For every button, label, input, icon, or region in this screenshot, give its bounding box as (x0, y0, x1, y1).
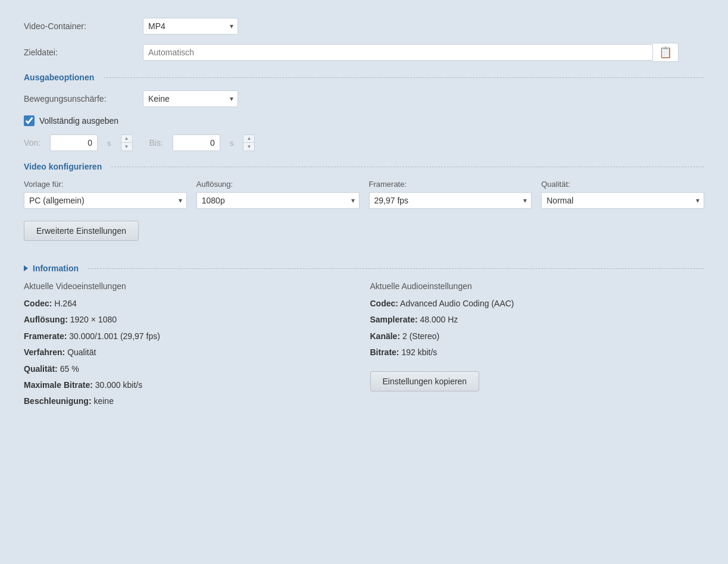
video-verfahren-line: Verfahren: Qualität (24, 346, 358, 359)
folder-icon: 📋 (659, 46, 672, 59)
video-aufloesung-value: 1920 × 1080 (70, 315, 117, 324)
video-container-select[interactable]: MP4 AVI MKV MOV (143, 18, 238, 35)
bis-spinner-arrows: ▲ ▼ (243, 134, 255, 151)
vollstaendig-label: Vollständig ausgeben (39, 116, 118, 126)
triangle-icon (24, 265, 28, 271)
video-container-label: Video-Container: (24, 21, 143, 31)
aufloesung-select-wrapper: 1080p 720p 480p 4K (196, 192, 360, 209)
vollstaendig-checkbox[interactable] (24, 115, 35, 126)
von-label: Von: (24, 138, 40, 148)
video-codec-line: Codec: H.264 (24, 297, 358, 310)
aufloesung-select[interactable]: 1080p 720p 480p 4K (196, 192, 360, 209)
vorlage-col: Vorlage für: PC (allgemein) Smartphone T… (24, 180, 187, 209)
vorlage-select-wrapper: PC (allgemein) Smartphone Tablet TV (24, 192, 187, 209)
ausgabeoptionen-divider (104, 77, 704, 78)
einstellungen-kopieren-button[interactable]: Einstellungen kopieren (370, 371, 480, 391)
bis-up-button[interactable]: ▲ (243, 135, 254, 143)
bis-input[interactable] (173, 134, 220, 151)
information-divider (88, 268, 704, 269)
video-config-grid: Vorlage für: PC (allgemein) Smartphone T… (24, 180, 704, 209)
audio-info-col: Aktuelle Audioeinstellungen Codec: Advan… (370, 281, 705, 411)
information-section: Information (24, 264, 704, 273)
audio-kanaele-value: 2 (Stereo) (402, 331, 439, 341)
audio-kanaele-label: Kanäle: (370, 331, 401, 341)
video-codec-value: H.264 (54, 299, 76, 308)
video-beschleunigung-value: keine (93, 396, 113, 406)
video-konfigurieren-title: Video konfigurieren (24, 162, 102, 171)
audio-info-title: Aktuelle Audioeinstellungen (370, 281, 705, 291)
video-qualitaet-value: 65 % (60, 364, 79, 374)
bewegungsunschaerfe-row: Bewegungsunschärfe: Keine Leicht Mittel … (24, 90, 704, 107)
vorlage-select[interactable]: PC (allgemein) Smartphone Tablet TV (24, 192, 187, 209)
audio-samplerate-line: Samplerate: 48.000 Hz (370, 313, 705, 326)
qualitaet-col: Qualität: Normal Niedrig Hoch Sehr hoch (541, 180, 704, 209)
von-spinner-arrows: ▲ ▼ (121, 134, 133, 151)
video-framerate-label: Framerate: (24, 331, 67, 341)
qualitaet-select-wrapper: Normal Niedrig Hoch Sehr hoch (541, 192, 704, 209)
video-verfahren-value: Qualität (67, 347, 96, 357)
ausgabeoptionen-section: Ausgabeoptionen (24, 73, 704, 82)
zieldatei-input[interactable] (143, 44, 653, 61)
video-beschleunigung-label: Beschleunigung: (24, 396, 92, 406)
video-konfigurieren-section: Video konfigurieren (24, 162, 704, 171)
zieldatei-row: Zieldatei: 📋 (24, 43, 704, 62)
zieldatei-wrapper: 📋 (143, 43, 679, 62)
audio-samplerate-label: Samplerate: (370, 315, 418, 324)
audio-codec-value: Advanced Audio Coding (AAC) (400, 299, 514, 308)
von-unit: s (107, 139, 111, 148)
qualitaet-label: Qualität: (541, 180, 704, 189)
audio-samplerate-value: 48.000 Hz (420, 315, 458, 324)
video-max-bitrate-line: Maximale Bitrate: 30.000 kbit/s (24, 378, 358, 391)
vorlage-label: Vorlage für: (24, 180, 187, 189)
framerate-label: Framerate: (369, 180, 532, 189)
video-beschleunigung-line: Beschleunigung: keine (24, 394, 358, 408)
video-info-title: Aktuelle Videoeinstellungen (24, 281, 358, 291)
video-konfigurieren-divider (111, 167, 704, 167)
zieldatei-browse-button[interactable]: 📋 (653, 43, 679, 62)
audio-codec-label: Codec: (370, 299, 398, 308)
audio-bitrate-line: Bitrate: 192 kbit/s (370, 346, 705, 359)
bewegungsunschaerfe-select[interactable]: Keine Leicht Mittel Stark (143, 90, 238, 107)
video-codec-label: Codec: (24, 299, 52, 308)
info-grid: Aktuelle Videoeinstellungen Codec: H.264… (24, 281, 704, 411)
video-qualitaet-label: Qualität: (24, 364, 58, 374)
erweiterte-einstellungen-button[interactable]: Erweiterte Einstellungen (24, 221, 139, 241)
ausgabeoptionen-title: Ausgabeoptionen (24, 73, 94, 82)
audio-bitrate-value: 192 kbit/s (401, 347, 437, 357)
bewegungsunschaerfe-label: Bewegungsunschärfe: (24, 94, 143, 104)
video-qualitaet-line: Qualität: 65 % (24, 362, 358, 375)
information-title: Information (33, 264, 79, 273)
bis-label: Bis: (149, 138, 163, 148)
bis-unit: s (230, 139, 234, 148)
vollstaendig-row: Vollständig ausgeben (24, 115, 704, 126)
video-framerate-line: Framerate: 30.000/1.001 (29,97 fps) (24, 330, 358, 343)
von-down-button[interactable]: ▼ (121, 143, 132, 151)
aufloesung-col: Auflösung: 1080p 720p 480p 4K (196, 180, 360, 209)
video-max-bitrate-value: 30.000 kbit/s (95, 380, 142, 390)
von-input[interactable] (50, 134, 98, 151)
framerate-select[interactable]: 29,97 fps 25 fps 30 fps 60 fps (369, 192, 532, 209)
audio-bitrate-label: Bitrate: (370, 347, 399, 357)
video-info-col: Aktuelle Videoeinstellungen Codec: H.264… (24, 281, 358, 411)
framerate-select-wrapper: 29,97 fps 25 fps 30 fps 60 fps (369, 192, 532, 209)
video-framerate-value: 30.000/1.001 (29,97 fps) (69, 331, 160, 341)
von-bis-row: Von: s ▲ ▼ Bis: s ▲ ▼ (24, 134, 704, 151)
zieldatei-label: Zieldatei: (24, 48, 143, 57)
video-max-bitrate-label: Maximale Bitrate: (24, 380, 93, 390)
video-aufloesung-label: Auflösung: (24, 315, 68, 324)
qualitaet-select[interactable]: Normal Niedrig Hoch Sehr hoch (541, 192, 704, 209)
audio-kanaele-line: Kanäle: 2 (Stereo) (370, 330, 705, 343)
video-aufloesung-line: Auflösung: 1920 × 1080 (24, 313, 358, 326)
video-container-row: Video-Container: MP4 AVI MKV MOV (24, 18, 704, 35)
audio-codec-line: Codec: Advanced Audio Coding (AAC) (370, 297, 705, 310)
bis-down-button[interactable]: ▼ (243, 143, 254, 151)
von-up-button[interactable]: ▲ (121, 135, 132, 143)
video-container-select-wrapper: MP4 AVI MKV MOV (143, 18, 238, 35)
aufloesung-label: Auflösung: (196, 180, 360, 189)
bewegungsunschaerfe-select-wrapper: Keine Leicht Mittel Stark (143, 90, 238, 107)
video-verfahren-label: Verfahren: (24, 347, 65, 357)
framerate-col: Framerate: 29,97 fps 25 fps 30 fps 60 fp… (369, 180, 532, 209)
